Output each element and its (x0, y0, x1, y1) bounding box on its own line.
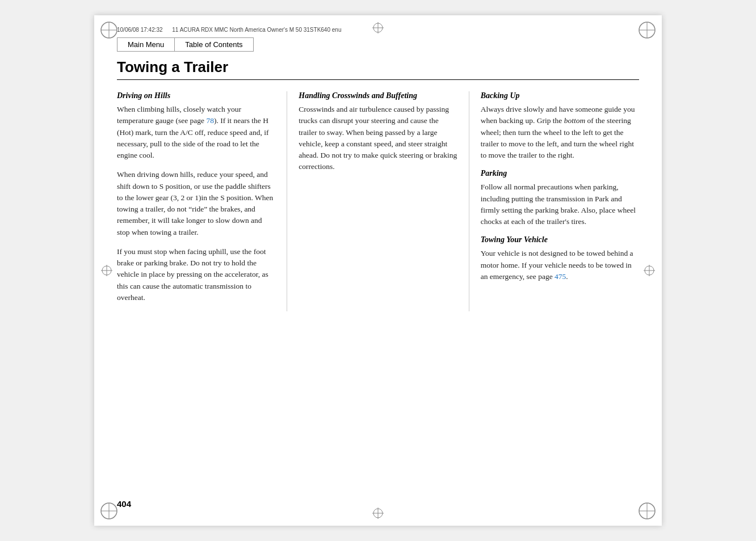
corner-decoration-tl (100, 21, 118, 39)
text-towing-vehicle-1: Your vehicle is not designed to be towed… (481, 248, 639, 282)
timestamp: 10/06/08 17:42:32 (117, 27, 163, 33)
heading-crosswinds: Handling Crosswinds and Buffeting (299, 91, 457, 100)
text-driving-hills-3: If you must stop when facing uphill, use… (117, 246, 275, 303)
heading-driving-on-hills: Driving on Hills (117, 91, 275, 100)
section-backing-up: Backing Up Always drive slowly and have … (481, 91, 639, 161)
page-number: 404 (117, 499, 131, 509)
corner-decoration-bl (100, 502, 118, 520)
page-title: Towing a Trailer (117, 58, 639, 80)
text-backing-up-1: Always drive slowly and have someone gui… (481, 104, 639, 161)
section-driving-on-hills: Driving on Hills When climbing hills, cl… (117, 91, 275, 303)
main-menu-button[interactable]: Main Menu (117, 37, 174, 52)
column-1: Driving on Hills When climbing hills, cl… (117, 91, 287, 311)
link-page-78[interactable]: 78 (206, 116, 214, 125)
heading-towing-vehicle: Towing Your Vehicle (481, 235, 639, 244)
text-driving-hills-2: When driving down hills, reduce your spe… (117, 169, 275, 238)
nav-buttons: Main Menu Table of Contents (117, 37, 639, 52)
text-crosswinds-1: Crosswinds and air turbulence caused by … (299, 104, 457, 173)
column-3: Backing Up Always drive slowly and have … (469, 91, 639, 311)
section-crosswinds: Handling Crosswinds and Buffeting Crossw… (299, 91, 457, 173)
page: 10/06/08 17:42:32 11 ACURA RDX MMC North… (94, 15, 662, 526)
crosshair-right (644, 265, 655, 276)
doc-info: 11 ACURA RDX MMC North America Owner's M… (172, 27, 341, 33)
column-2: Handling Crosswinds and Buffeting Crossw… (287, 91, 469, 311)
corner-decoration-tr (638, 21, 656, 39)
content-area: Driving on Hills When climbing hills, cl… (94, 91, 662, 311)
crosshair-bottom (372, 508, 384, 519)
section-towing-vehicle: Towing Your Vehicle Your vehicle is not … (481, 235, 639, 282)
crosshair-top (372, 22, 384, 33)
table-of-contents-button[interactable]: Table of Contents (174, 37, 253, 52)
link-page-475[interactable]: 475 (555, 272, 566, 281)
text-parking-1: Follow all normal precautions when parki… (481, 181, 639, 227)
section-parking: Parking Follow all normal precautions wh… (481, 169, 639, 227)
heading-parking: Parking (481, 169, 639, 178)
crosshair-left (101, 265, 112, 276)
heading-backing-up: Backing Up (481, 91, 639, 100)
text-driving-hills-1: When climbing hills, closely watch your … (117, 104, 275, 161)
corner-decoration-br (638, 502, 656, 520)
